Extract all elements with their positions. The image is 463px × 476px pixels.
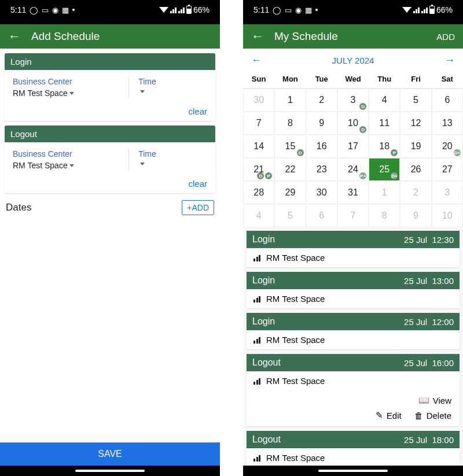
- login-business-center[interactable]: Business Center RM Test Space: [13, 77, 129, 98]
- event-space: RM Test Space: [266, 376, 325, 386]
- nav-handle[interactable]: [0, 466, 220, 476]
- cal-cell[interactable]: 3D: [337, 88, 369, 112]
- cal-cell[interactable]: 4: [369, 88, 400, 112]
- back-icon[interactable]: ←: [8, 29, 21, 44]
- event-type: Logout: [252, 357, 281, 368]
- view-button[interactable]: 📖View: [418, 395, 451, 405]
- signal-icon-2: [178, 7, 185, 13]
- cal-cell[interactable]: 13: [432, 112, 463, 135]
- cal-cell[interactable]: 19: [400, 135, 431, 158]
- logout-header: Logout: [5, 126, 215, 142]
- field-label: Business Center: [13, 149, 123, 158]
- page-title: My Schedule: [274, 30, 436, 43]
- cal-cell[interactable]: 18P: [369, 135, 400, 158]
- statusbar: 5:11 ◯ ▭ ◉ ▦ 66%: [243, 0, 463, 24]
- event-card[interactable]: Login25 Jul 13:00RM Test Space: [247, 272, 460, 308]
- back-icon[interactable]: ←: [251, 29, 264, 44]
- cal-cell[interactable]: 24P+: [337, 158, 369, 181]
- cal-cell[interactable]: 9: [400, 204, 431, 227]
- cal-cell[interactable]: 6: [306, 204, 337, 227]
- trash-icon: 🗑: [414, 411, 423, 420]
- field-value: RM Test Space: [13, 88, 68, 98]
- login-time[interactable]: Time: [129, 77, 207, 98]
- cal-cell[interactable]: 22: [274, 158, 306, 181]
- event-type: Logout: [252, 434, 281, 445]
- event-space: RM Test Space: [266, 453, 325, 463]
- cal-cell[interactable]: 11: [369, 112, 400, 135]
- cal-cell[interactable]: 2: [400, 181, 431, 204]
- cal-cell[interactable]: 16: [306, 135, 337, 158]
- cal-cell[interactable]: 3: [432, 181, 463, 204]
- edit-button[interactable]: ✎Edit: [376, 410, 402, 420]
- chevron-down-icon: [69, 92, 74, 95]
- cal-cell[interactable]: 9: [306, 112, 337, 135]
- cal-cell[interactable]: 23: [306, 158, 337, 181]
- dates-label: Dates: [6, 202, 31, 213]
- cal-cell[interactable]: 17: [337, 135, 369, 158]
- cal-day-header: Fri: [400, 70, 431, 88]
- pencil-icon: ✎: [376, 410, 383, 420]
- event-body: RM Test Space: [247, 289, 460, 308]
- cal-cell[interactable]: 8: [274, 112, 306, 135]
- cal-cell[interactable]: 29: [274, 181, 306, 204]
- save-button[interactable]: SAVE: [0, 442, 220, 466]
- cal-cell[interactable]: 4: [243, 204, 274, 227]
- field-value: RM Test Space: [13, 161, 68, 170]
- cal-cell[interactable]: 8: [369, 204, 400, 227]
- cal-cell[interactable]: 31: [337, 181, 369, 204]
- event-card[interactable]: Login25 Jul 12:00RM Test Space: [247, 313, 460, 349]
- cal-cell[interactable]: 25D+: [369, 158, 400, 181]
- cal-cell[interactable]: 20D+: [432, 135, 463, 158]
- battery-icon: [186, 6, 192, 14]
- add-schedule-button[interactable]: ADD: [436, 32, 455, 42]
- logout-time[interactable]: Time: [129, 149, 207, 171]
- cal-cell[interactable]: 12: [400, 112, 431, 135]
- cal-day-header: Mon: [274, 70, 306, 88]
- cal-cell[interactable]: 14: [243, 135, 274, 158]
- event-card[interactable]: Login25 Jul 12:30RM Test Space: [247, 231, 460, 267]
- prev-month-button[interactable]: ←: [251, 54, 262, 67]
- cal-cell[interactable]: 7: [243, 112, 274, 135]
- logout-card: Logout Business Center RM Test Space Tim…: [5, 126, 215, 193]
- cal-cell[interactable]: 1: [369, 181, 400, 204]
- event-body: RM Test Space: [247, 330, 460, 349]
- add-date-button[interactable]: +ADD: [182, 200, 214, 215]
- login-card: Login Business Center RM Test Space Time…: [5, 53, 215, 121]
- signal-icon: [170, 7, 177, 13]
- cal-cell[interactable]: 15D: [274, 135, 306, 158]
- logout-business-center[interactable]: Business Center RM Test Space: [13, 149, 129, 171]
- nav-handle[interactable]: [243, 466, 463, 476]
- cal-cell[interactable]: 5: [400, 88, 431, 112]
- bars-icon: [253, 254, 260, 261]
- event-card[interactable]: Logout25 Jul 16:00RM Test Space📖View✎Edi…: [247, 354, 460, 426]
- next-month-button[interactable]: →: [444, 54, 455, 67]
- signal-icon: [413, 7, 420, 13]
- cal-cell[interactable]: 26: [400, 158, 431, 181]
- cal-cell[interactable]: 28: [243, 181, 274, 204]
- chevron-down-icon: [140, 163, 145, 165]
- cal-cell[interactable]: 10: [432, 204, 463, 227]
- login-clear-button[interactable]: clear: [188, 106, 207, 116]
- phone-my-schedule: 5:11 ◯ ▭ ◉ ▦ 66% ← My Schedule ADD ← JUL…: [243, 0, 463, 476]
- cal-cell[interactable]: 10D: [337, 112, 369, 135]
- cal-cell[interactable]: 2: [306, 88, 337, 112]
- cal-day-header: Sun: [243, 70, 274, 88]
- cal-badge: P: [265, 172, 272, 179]
- cal-cell[interactable]: 27: [432, 158, 463, 181]
- logout-clear-button[interactable]: clear: [188, 179, 207, 189]
- bars-icon: [253, 337, 260, 344]
- wifi-icon: [159, 7, 168, 13]
- cal-cell[interactable]: 5: [274, 204, 306, 227]
- dates-row: Dates +ADD: [5, 198, 215, 217]
- cal-cell[interactable]: 6: [432, 88, 463, 112]
- cal-cell[interactable]: 21DP: [243, 158, 274, 181]
- cal-cell[interactable]: 7: [337, 204, 369, 227]
- cal-cell[interactable]: 30: [243, 88, 274, 112]
- field-label: Time: [138, 149, 207, 158]
- app-icon-2: ▦: [62, 6, 69, 14]
- event-card[interactable]: Logout25 Jul 18:00RM Test Space: [247, 431, 460, 466]
- delete-button[interactable]: 🗑Delete: [414, 410, 451, 420]
- cal-cell[interactable]: 30: [306, 181, 337, 204]
- app-icon: ▭: [42, 6, 49, 14]
- cal-cell[interactable]: 1: [274, 88, 306, 112]
